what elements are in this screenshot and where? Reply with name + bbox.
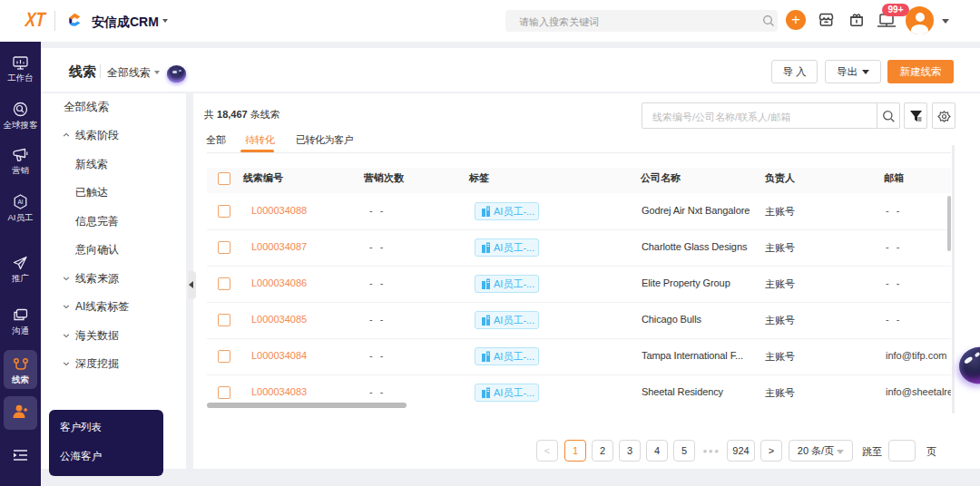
svg-text:AI: AI [17,199,23,205]
